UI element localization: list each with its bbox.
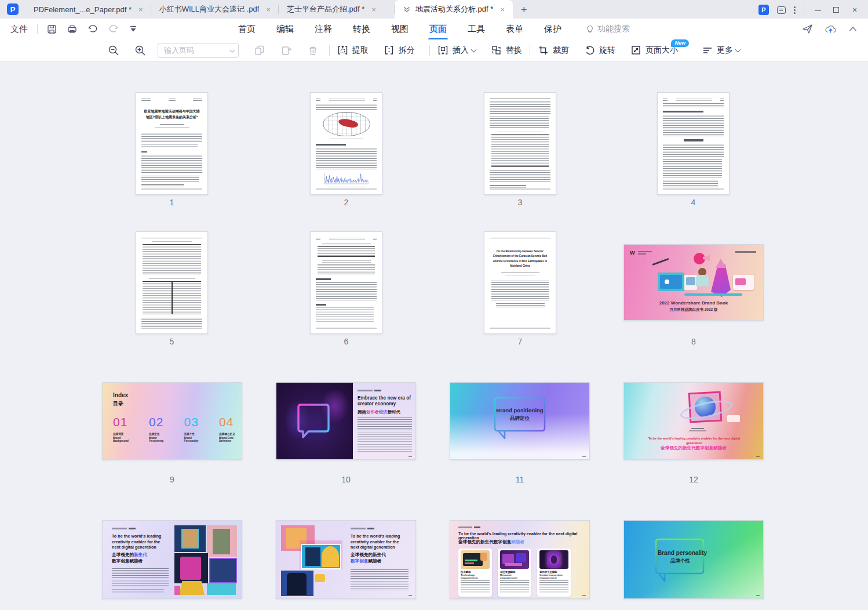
keywords-placeholder — [496, 303, 545, 308]
new-tab-button[interactable]: + — [513, 4, 535, 19]
insert-button[interactable]: 插入 — [430, 45, 483, 56]
text-placeholder — [112, 580, 169, 587]
feature-search[interactable]: 功能搜索 — [586, 24, 630, 34]
feedback-icon[interactable] — [777, 6, 786, 14]
page-thumbnail-6[interactable] — [310, 231, 382, 334]
tab-close-icon[interactable]: × — [264, 5, 273, 14]
wondershare-logo: W — [630, 250, 634, 256]
page-number-input[interactable] — [158, 43, 239, 58]
minimize-button[interactable] — [812, 5, 823, 14]
slide-title: Brand positioning 品牌定位 — [491, 407, 549, 422]
slide-heading-en: To be the world's leading creativity ena… — [458, 532, 586, 540]
page-thumbnail-5[interactable] — [136, 231, 208, 334]
more-menu-icon[interactable] — [794, 6, 796, 14]
menu-item-form[interactable]: 表单 — [506, 20, 523, 39]
page-thumbnail-10[interactable]: Embrace the new era of creator economy 拥… — [276, 382, 416, 460]
page-size-icon — [630, 45, 641, 56]
index-item-3: 03 品牌个性 Brand Personality — [184, 415, 203, 442]
cloud-upload-icon[interactable] — [825, 24, 837, 34]
header-rule — [490, 238, 550, 238]
page-thumbnail-9[interactable]: Index 目录 01 品牌背景 Brand Background 02 品牌定… — [102, 382, 242, 460]
pdfelement-app-icon[interactable]: P — [758, 5, 769, 15]
insert-icon — [437, 45, 448, 56]
menu-item-view[interactable]: 视图 — [391, 20, 409, 39]
page-thumbnail-15[interactable]: To be the world's leading creativity ena… — [450, 520, 590, 599]
page-number-label: 11 — [450, 475, 590, 484]
tab-close-icon[interactable]: × — [498, 5, 507, 14]
tab-document-4-active[interactable]: 地震活动关系分析.pdf * × — [395, 0, 513, 19]
page-number-input-wrap — [154, 43, 242, 58]
page-thumbnail-16[interactable]: Brand personality 品牌个性 — [623, 520, 764, 599]
zoom-in-icon[interactable] — [134, 45, 146, 56]
page-thumbnail-12[interactable]: To be the world's leading creativity ena… — [623, 382, 764, 460]
menu-item-edit[interactable]: 编辑 — [276, 20, 294, 39]
text-placeholder — [316, 144, 346, 146]
table-caption-placeholder — [152, 241, 192, 243]
menu-item-page-active[interactable]: 页面 — [429, 20, 447, 39]
text-placeholder — [358, 433, 412, 442]
close-button[interactable]: × — [849, 5, 860, 14]
page-thumbnail-7[interactable]: On the Relationship between Seismic Enha… — [484, 231, 556, 334]
file-menu-button[interactable]: 文件 — [0, 24, 37, 35]
collapse-toolbar-icon[interactable] — [848, 26, 858, 32]
menu-item-tools[interactable]: 工具 — [468, 20, 485, 39]
text-placeholder — [461, 587, 490, 594]
text-placeholder — [141, 133, 202, 143]
text-placeholder — [316, 238, 377, 241]
crop-button[interactable]: 裁剪 — [530, 45, 577, 56]
table-figure — [143, 281, 201, 315]
figure-caption-placeholder — [330, 139, 363, 140]
tab-document-2[interactable]: 小红书WILL商业大会速记 .pdf × — [151, 0, 279, 19]
toolbar-dropdown-icon[interactable] — [129, 25, 137, 33]
index-items: 01 品牌背景 Brand Background 02 品牌定位 Brand P… — [113, 415, 242, 442]
text-placeholder — [358, 417, 412, 430]
page-thumbnail-1[interactable]: 欧亚地震带地震活动增强与中国大陆地区7级以上地震发生的关系分析* — [136, 92, 208, 195]
rotate-button[interactable]: 旋转 — [577, 45, 623, 56]
table-figure — [491, 134, 549, 166]
table-caption-placeholder — [322, 243, 371, 246]
text-placeholder — [316, 278, 331, 280]
text-placeholder — [663, 103, 724, 108]
tab-close-icon[interactable]: × — [136, 5, 145, 14]
menu-item-protect[interactable]: 保护 — [544, 20, 561, 39]
references-placeholder — [316, 307, 374, 322]
maximize-button[interactable] — [831, 5, 841, 14]
print-icon[interactable] — [67, 24, 77, 34]
tab-document-3[interactable]: 芝士平台产品介绍.pdf * × — [279, 0, 395, 19]
slide-caption-placeholder — [112, 528, 136, 529]
page-toolbar: 提取 拆分 插入 替换 裁剪 旋转 页面大小 New 更多 — [0, 39, 868, 61]
table-figure — [318, 246, 375, 257]
zoom-out-icon[interactable] — [108, 45, 119, 56]
tab-document-1[interactable]: PDFelement_...e_Paper.pdf * × — [25, 0, 151, 19]
card-resource: 创意资源赋能 Resource empowerment — [498, 549, 531, 597]
cover-title-en: 2022 Wondershare Brand Book — [624, 300, 763, 306]
save-icon[interactable] — [47, 24, 57, 34]
split-button[interactable]: 拆分 — [376, 45, 429, 56]
page-thumbnail-3[interactable] — [484, 92, 556, 195]
text-placeholder — [539, 580, 568, 586]
redo-icon[interactable] — [108, 24, 119, 34]
text-placeholder — [663, 180, 718, 188]
page-thumbnail-13[interactable]: To be the world's leading creativity ena… — [102, 520, 242, 599]
page-thumbnail-8[interactable]: W 2022 Wondershare Brand Book 万兴科技品牌白皮书 … — [623, 244, 764, 321]
extract-button[interactable]: 提取 — [330, 45, 376, 56]
share-icon[interactable] — [802, 24, 813, 34]
text-placeholder — [141, 318, 202, 328]
paste-page-icon-disabled — [280, 45, 292, 56]
more-button[interactable]: 更多 — [695, 45, 747, 56]
replace-button[interactable]: 替换 — [483, 45, 530, 56]
page-thumbnail-2[interactable] — [310, 92, 382, 195]
text-placeholder — [112, 589, 164, 594]
menu-item-convert[interactable]: 转换 — [353, 20, 370, 39]
page-thumbnail-14[interactable]: To be the world's leading creativity ena… — [276, 520, 416, 599]
text-placeholder — [505, 275, 535, 277]
page-size-button[interactable]: 页面大小 New — [623, 45, 685, 56]
menu-item-comment[interactable]: 注释 — [315, 20, 332, 39]
page-thumbnail-4[interactable] — [657, 92, 730, 195]
undo-icon[interactable] — [87, 24, 98, 34]
text-placeholder — [141, 155, 202, 174]
text-placeholder — [689, 430, 706, 431]
page-thumbnail-11[interactable]: Brand positioning 品牌定位 — [450, 382, 590, 460]
tab-close-icon[interactable]: × — [369, 5, 378, 14]
menu-item-home[interactable]: 首页 — [238, 20, 256, 39]
